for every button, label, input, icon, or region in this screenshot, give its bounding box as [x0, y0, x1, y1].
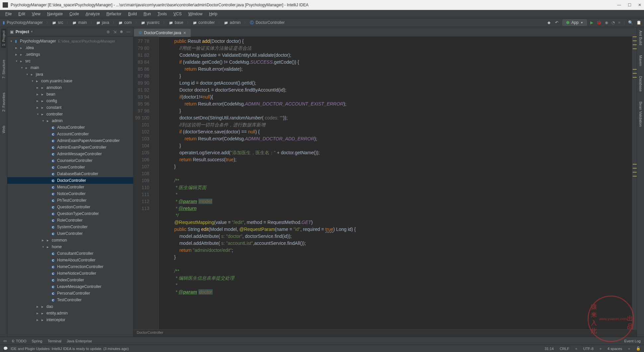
readonly-lock-icon[interactable]: 🔓	[636, 346, 641, 351]
left-tool-strip[interactable]: 1: Project7: Structure2: FavoritesWeb	[0, 27, 7, 337]
tree-node-bean[interactable]: ▶▸bean	[7, 91, 133, 98]
tree-node-accountcontroller[interactable]: AccountController	[7, 131, 133, 137]
tree-node-systemcontroller[interactable]: SystemController	[7, 224, 133, 230]
tool-tab-structure[interactable]: 7: Structure	[1, 58, 6, 81]
editor-tab-doctorcontroller[interactable]: Ⓒ DoctorController.java ✕	[134, 29, 191, 37]
tool-tab-database[interactable]: Database	[638, 74, 643, 94]
tree-node-entityadmin[interactable]: ▶▸entity.admin	[7, 310, 133, 317]
indent-setting[interactable]: 4 spaces	[608, 347, 622, 351]
bottom-tool-bar[interactable]: ▭ 6: TODO Spring Terminal Java Enterpris…	[0, 337, 644, 345]
menu-view[interactable]: View	[29, 11, 43, 17]
menu-help[interactable]: Help	[206, 11, 220, 17]
tool-tab-beanvalidation[interactable]: Bean Validation	[638, 100, 643, 129]
tree-node-psychologymanager[interactable]: ▼▮PsychologyManagerE:\idea_space\Psychol…	[7, 38, 133, 44]
tree-node-questiontypecontroller[interactable]: QuestionTypeController	[7, 210, 133, 217]
minimize-icon[interactable]: —	[617, 3, 621, 7]
error-stripe[interactable]	[632, 36, 637, 329]
run-configuration-selector[interactable]: ⬢ App ▼	[562, 19, 587, 26]
coverage-button[interactable]: ◉	[605, 20, 608, 25]
tree-node-homeaboutcontroller[interactable]: HomeAboutController	[7, 257, 133, 263]
breadcrumb-item[interactable]: DoctorController	[137, 330, 163, 334]
settings-icon[interactable]: 📋	[636, 20, 641, 25]
menu-build[interactable]: Build	[125, 11, 140, 17]
tree-node-controller[interactable]: ▼▸controller	[7, 111, 133, 117]
editor-breadcrumb[interactable]: DoctorController	[133, 329, 637, 337]
hide-icon[interactable]: —	[126, 30, 130, 34]
notification-icon[interactable]: 💬	[3, 346, 8, 351]
tree-node-adminexampaperanswercontroller[interactable]: AdminExamPaperAnswerController	[7, 137, 133, 144]
compass-icon[interactable]: ◆	[546, 20, 551, 25]
menu-analyze[interactable]: Analyze	[83, 11, 103, 17]
tree-node-indexcontroller[interactable]: IndexController	[7, 277, 133, 283]
right-tool-strip[interactable]: Ant BuildMavenDatabaseBean Validation	[637, 27, 644, 337]
tool-tab-favorites[interactable]: 2: Favorites	[1, 91, 6, 113]
tree-node-main[interactable]: ▼▸main	[7, 64, 133, 71]
menu-run[interactable]: Run	[141, 11, 154, 17]
caret-position[interactable]: 31:14	[544, 347, 554, 351]
gear-icon[interactable]: ✱	[120, 30, 123, 34]
tree-node-home[interactable]: ▼▸home	[7, 244, 133, 250]
tree-node-questioncontroller[interactable]: QuestionController	[7, 204, 133, 210]
line-separator[interactable]: CRLF	[560, 347, 569, 351]
tree-node-testcontroller[interactable]: TestController	[7, 297, 133, 303]
breadcrumb-item[interactable]: com	[118, 20, 132, 25]
breadcrumb-item[interactable]: Ⓒ DoctorController	[250, 20, 285, 26]
back-arrow-icon[interactable]: ↶	[554, 20, 559, 25]
tool-tab-maven[interactable]: Maven	[638, 53, 643, 68]
tab-todo[interactable]: 6: TODO	[12, 339, 27, 343]
breadcrumb-item[interactable]: src	[52, 20, 63, 25]
tree-node-common[interactable]: ▶▸common	[7, 237, 133, 244]
tree-node-homecorrectioncontroller[interactable]: HomeCorrectionController	[7, 263, 133, 270]
tree-node-settings[interactable]: ▶▸.settings	[7, 51, 133, 58]
tree-node-src[interactable]: ▼▸src	[7, 58, 133, 64]
tree-node-consultantcontroller[interactable]: ConsultantController	[7, 250, 133, 257]
breadcrumb-item[interactable]: base	[169, 20, 183, 25]
tool-tab-antbuild[interactable]: Ant Build	[638, 29, 643, 47]
tree-node-adminmessagecontroller[interactable]: AdminMessageController	[7, 151, 133, 157]
tree-node-databasebakcontroller[interactable]: DatabaseBakController	[7, 171, 133, 177]
tree-node-covercontroller[interactable]: CoverController	[7, 164, 133, 171]
stop-button[interactable]: ■	[618, 20, 620, 25]
breadcrumb-item[interactable]: yuanlrc	[141, 20, 160, 25]
tree-node-rolecontroller[interactable]: RoleController	[7, 217, 133, 224]
breadcrumb-item[interactable]: ▮ PsychologyManager	[3, 20, 43, 25]
breadcrumb-item[interactable]: java	[96, 20, 109, 25]
tab-close-icon[interactable]: ✕	[183, 31, 186, 35]
close-icon[interactable]: ✕	[638, 3, 641, 7]
tree-node-noticecontroller[interactable]: NoticeController	[7, 190, 133, 197]
tree-node-homenoticecontroller[interactable]: HomeNoticeController	[7, 270, 133, 277]
code-editor[interactable]: 77 78 79 80 81 82 83 84 85 86 87 88 89 9…	[133, 36, 637, 329]
file-encoding[interactable]: UTF-8	[583, 347, 594, 351]
tree-node-dao[interactable]: ▶▸dao	[7, 303, 133, 310]
menu-window[interactable]: Window	[185, 11, 205, 17]
tab-java-enterprise[interactable]: Java Enterprise	[67, 339, 92, 343]
tree-node-idea[interactable]: ▶▸.idea	[7, 44, 133, 51]
event-log-button[interactable]: Event Log	[624, 339, 641, 343]
window-controls[interactable]: — ☐ ✕	[617, 3, 641, 7]
tree-node-counselorcontroller[interactable]: CounselorController	[7, 157, 133, 164]
tree-node-config[interactable]: ▶▸config	[7, 98, 133, 104]
chevron-down-icon[interactable]: ▼	[31, 30, 33, 33]
tree-node-phtestcontroller[interactable]: PhTestController	[7, 197, 133, 204]
menu-code[interactable]: Code	[67, 11, 82, 17]
project-view-icon[interactable]: ▣	[10, 30, 14, 34]
search-everywhere-icon[interactable]: 🔍	[628, 20, 633, 25]
menu-refactor[interactable]: Refactor	[104, 11, 124, 17]
breadcrumb-item[interactable]: controller	[193, 20, 215, 25]
menu-vcs[interactable]: VCS	[171, 11, 184, 17]
tree-node-usercontroller[interactable]: UserController	[7, 230, 133, 237]
tool-tab-web[interactable]: Web	[1, 124, 6, 135]
profile-button[interactable]: ◔	[611, 20, 615, 25]
tree-node-menucontroller[interactable]: MenuController	[7, 184, 133, 190]
tool-window-toggle-icon[interactable]: ▭	[3, 339, 7, 343]
tree-node-aboutcontroller[interactable]: AboutController	[7, 124, 133, 131]
tree-node-annotion[interactable]: ▶▸annotion	[7, 84, 133, 91]
menu-navigate[interactable]: Navigate	[44, 11, 65, 17]
tab-terminal[interactable]: Terminal	[47, 339, 61, 343]
run-button[interactable]: ▶	[590, 20, 593, 25]
code-content[interactable]: public Result add(Doctor doctor) { //用统一…	[159, 36, 632, 329]
menu-file[interactable]: File	[3, 11, 14, 17]
editor-tab-bar[interactable]: Ⓒ DoctorController.java ✕	[133, 27, 637, 36]
project-tree[interactable]: ▼▮PsychologyManagerE:\idea_space\Psychol…	[7, 36, 133, 337]
menu-tools[interactable]: Tools	[155, 11, 170, 17]
